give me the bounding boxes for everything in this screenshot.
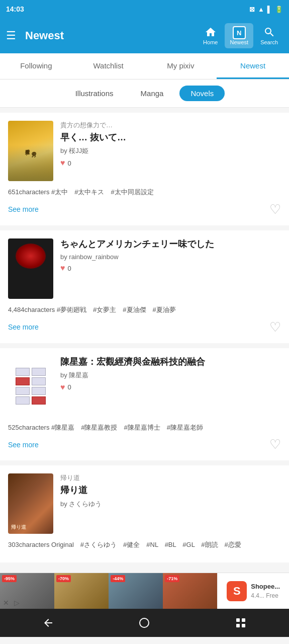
novel-top: 貴方の想像力で… 貴方の想像力で… 早く… 抜いて… by 桜JJ姫 ♥ 0	[8, 121, 281, 181]
menu-button[interactable]	[226, 613, 256, 633]
search-nav-label: Search	[260, 39, 278, 45]
likes-count: 0	[68, 383, 71, 391]
novel-item: 貴方の想像力で… 貴方の想像力で… 早く… 抜いて… by 桜JJ姫 ♥ 0 6…	[0, 113, 289, 225]
newest-icon: N	[233, 26, 246, 39]
likes-row: ♥ 0	[60, 158, 281, 168]
top-nav: ☰ Newest Home N Newest Search	[0, 18, 289, 53]
novel-title[interactable]: 陳星嘉：宏觀經濟與金融科技的融合	[60, 356, 281, 368]
svg-rect-1	[236, 618, 240, 622]
tab-novels[interactable]: Novels	[179, 86, 225, 101]
search-nav-item[interactable]: Search	[255, 23, 283, 48]
grid-icon	[235, 617, 247, 629]
tab-following[interactable]: Following	[0, 53, 72, 79]
novel-author: by 陳星嘉	[60, 371, 281, 380]
novel-info: 貴方の想像力で… 早く… 抜いて… by 桜JJ姫 ♥ 0	[60, 121, 281, 181]
shopee-name: Shopee...	[251, 582, 280, 592]
favorite-button[interactable]: ♡	[269, 319, 281, 335]
shopee-ad[interactable]: S Shopee... 4.4... Free	[217, 573, 289, 609]
home-nav-label: Home	[203, 39, 218, 45]
time: 14:03	[6, 5, 24, 13]
novel-cover[interactable]	[8, 238, 53, 299]
novel-info: ちゃんとアメリカンチェリー味でした by rainbow_rainbow ♥ 0	[60, 238, 281, 299]
novel-list: 貴方の想像力で… 貴方の想像力で… 早く… 抜いて… by 桜JJ姫 ♥ 0 6…	[0, 108, 289, 573]
novel-author: by 桜JJ姫	[60, 146, 281, 155]
ad-banner[interactable]: -95% -70% -44% -71% S Shopee... 4.4... F…	[0, 573, 289, 609]
wifi-icon: ▲	[258, 6, 264, 13]
novel-tags: 651characters #太中 #太中キス #太中同居設定	[8, 187, 281, 198]
nav-icons: Home N Newest Search	[198, 23, 283, 48]
newest-nav-label: Newest	[230, 39, 248, 45]
bottom-nav	[0, 609, 289, 637]
novel-top: 陳星嘉：宏觀經濟與金融科技的融合 by 陳星嘉 ♥ 0	[8, 356, 281, 417]
likes-row: ♥ 0	[60, 264, 281, 273]
novel-cover[interactable]	[8, 356, 53, 417]
home-nav-item[interactable]: Home	[198, 23, 223, 48]
menu-icon[interactable]: ☰	[6, 29, 16, 42]
see-more-link[interactable]: See more	[8, 441, 39, 449]
tab-newest[interactable]: Newest	[217, 53, 289, 79]
novel-top: ちゃんとアメリカンチェリー味でした by rainbow_rainbow ♥ 0	[8, 238, 281, 299]
home-button[interactable]	[129, 613, 159, 633]
content-type-tabs: Illustrations Manga Novels	[0, 79, 289, 108]
ad-item-4[interactable]: -71%	[163, 573, 217, 609]
novel-tags: 4,484characters #夢術廻戦 #女夢主 #夏油傑 #夏油夢	[8, 305, 281, 315]
back-button[interactable]	[33, 613, 63, 633]
battery-icon: 🔋	[275, 6, 283, 13]
svg-rect-2	[242, 618, 245, 622]
cover-image	[8, 356, 53, 417]
novel-tags: 303characters Original #さくらゆう #健全 #NL #B…	[8, 540, 281, 550]
novel-bottom: See more ♡	[8, 202, 281, 217]
tab-watchlist[interactable]: Watchlist	[72, 53, 145, 79]
svg-point-0	[140, 618, 149, 627]
cover-image: 貴方の想像力で…	[8, 121, 53, 181]
favorite-button[interactable]: ♡	[269, 437, 281, 452]
back-icon	[42, 617, 54, 629]
shopee-info: Shopee... 4.4... Free	[251, 582, 280, 601]
novel-tags: 525characters #陳星嘉 #陳星嘉教授 #陳星嘉博士 #陳星嘉老師	[8, 423, 281, 433]
novel-subtitle: 帰り道	[60, 473, 281, 482]
tab-manga[interactable]: Manga	[130, 86, 175, 101]
novel-title[interactable]: ちゃんとアメリカンチェリー味でした	[60, 238, 281, 250]
ad-controls: ✕ ▷	[3, 599, 20, 607]
ad-badge-2: -70%	[56, 575, 71, 582]
novel-info: 陳星嘉：宏觀經濟與金融科技的融合 by 陳星嘉 ♥ 0	[60, 356, 281, 417]
novel-cover[interactable]: 帰り道	[8, 473, 53, 534]
novel-bottom: See more ♡	[8, 319, 281, 335]
novel-title[interactable]: 帰り道	[60, 485, 281, 496]
ad-item-3[interactable]: -44%	[109, 573, 163, 609]
novel-item: 陳星嘉：宏觀經濟與金融科技的融合 by 陳星嘉 ♥ 0 525character…	[0, 348, 289, 461]
ad-info-button[interactable]: ▷	[14, 599, 20, 607]
newest-nav-item[interactable]: N Newest	[225, 23, 253, 48]
novel-item: ちゃんとアメリカンチェリー味でした by rainbow_rainbow ♥ 0…	[0, 230, 289, 343]
ad-badge-3: -44%	[111, 575, 125, 582]
svg-rect-3	[236, 624, 240, 627]
tab-bar: Following Watchlist My pixiv Newest	[0, 53, 289, 79]
novel-bottom: See more ♡	[8, 437, 281, 452]
ad-item-2[interactable]: -70%	[54, 573, 109, 609]
novel-top: 帰り道 帰り道 帰り道 by さくらゆう	[8, 473, 281, 534]
status-bar: 14:03 ⊠ ▲ ▌ 🔋	[0, 0, 289, 18]
likes-count: 0	[68, 159, 71, 167]
heart-filled-icon: ♥	[60, 264, 65, 273]
see-more-link[interactable]: See more	[8, 205, 39, 213]
tab-illustrations[interactable]: Illustrations	[64, 86, 125, 101]
svg-rect-4	[242, 624, 245, 627]
likes-row: ♥ 0	[60, 383, 281, 392]
novel-info: 帰り道 帰り道 by さくらゆう	[60, 473, 281, 534]
favorite-button[interactable]: ♡	[269, 202, 281, 217]
tab-mypixiv[interactable]: My pixiv	[145, 53, 217, 79]
signal-icon: ▌	[267, 6, 272, 13]
ad-close-button[interactable]: ✕	[3, 599, 9, 607]
ad-badge-4: -71%	[165, 575, 179, 582]
home-icon	[205, 26, 217, 38]
novel-subtitle: 貴方の想像力で…	[60, 121, 281, 130]
heart-filled-icon: ♥	[60, 383, 65, 392]
novel-title[interactable]: 早く… 抜いて…	[60, 132, 281, 143]
cover-image	[8, 238, 53, 299]
shopee-rating: 4.4... Free	[251, 591, 280, 600]
likes-count: 0	[68, 265, 71, 272]
novel-cover[interactable]: 貴方の想像力で…	[8, 121, 53, 181]
see-more-link[interactable]: See more	[8, 323, 39, 331]
circle-icon	[138, 617, 150, 629]
novel-item: 帰り道 帰り道 帰り道 by さくらゆう 303characters Origi…	[0, 465, 289, 562]
